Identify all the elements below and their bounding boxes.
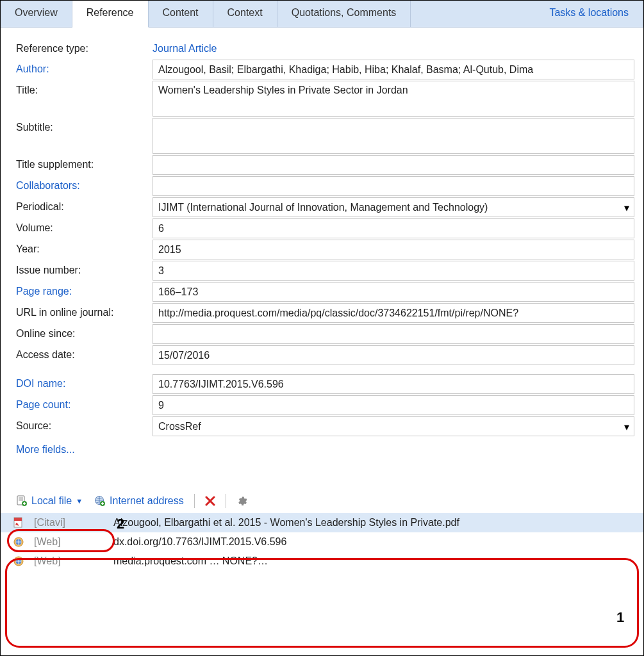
- tab-bar: Overview Reference Content Context Quota…: [1, 1, 643, 28]
- label-access-date: Access date:: [16, 345, 153, 361]
- label-doi[interactable]: DOI name:: [16, 374, 153, 390]
- globe-add-icon: [94, 495, 106, 507]
- periodical-select[interactable]: [153, 197, 634, 217]
- label-volume: Volume:: [16, 218, 153, 234]
- label-page-count[interactable]: Page count:: [16, 395, 153, 411]
- separator: [194, 494, 195, 508]
- attachment-row[interactable]: [Web] dx.doi.org/10.7763/IJIMT.2015.V6.5…: [1, 532, 643, 552]
- separator: [226, 494, 226, 508]
- label-collaborators[interactable]: Collaborators:: [16, 176, 153, 192]
- attachment-source: [Web]: [34, 555, 104, 567]
- file-add-icon: [16, 495, 28, 507]
- reference-type-link[interactable]: Journal Article: [153, 39, 220, 58]
- more-fields-link[interactable]: More fields...: [16, 438, 634, 455]
- web-icon: [12, 555, 25, 567]
- label-url: URL in online journal:: [16, 303, 153, 318]
- internet-address-button[interactable]: Internet address: [90, 494, 188, 508]
- page-range-field[interactable]: [153, 282, 634, 302]
- label-title: Title:: [16, 81, 153, 96]
- tab-context[interactable]: Context: [213, 1, 277, 27]
- subtitle-field[interactable]: [153, 118, 634, 154]
- tab-reference[interactable]: Reference: [72, 1, 149, 28]
- internet-address-label: Internet address: [110, 495, 184, 507]
- label-reference-type: Reference type:: [16, 39, 153, 54]
- chevron-down-icon: ▼: [76, 497, 83, 505]
- title-field[interactable]: Women's Leadership Styles in Private Sec…: [153, 81, 634, 117]
- label-year: Year:: [16, 240, 153, 255]
- label-title-supplement: Title supplement:: [16, 155, 153, 170]
- attachments-list: [Citavi] Alzougool, Elbargathi et al. 20…: [1, 513, 643, 577]
- settings-button[interactable]: [233, 495, 251, 508]
- attachment-row[interactable]: [Web] media.proquest.com … NONE?…: [1, 552, 643, 571]
- local-file-button[interactable]: Local file ▼: [12, 494, 87, 508]
- label-subtitle: Subtitle:: [16, 118, 153, 133]
- label-online-since: Online since:: [16, 324, 153, 340]
- attachment-source: [Citavi]: [34, 517, 104, 529]
- label-page-range[interactable]: Page range:: [16, 282, 153, 297]
- doi-field[interactable]: [153, 374, 634, 394]
- attachments-toolbar: Local file ▼ Internet address: [1, 490, 643, 513]
- access-date-field[interactable]: [153, 345, 634, 365]
- issue-field[interactable]: [153, 261, 634, 281]
- label-periodical: Periodical:: [16, 197, 153, 213]
- pdf-icon: [12, 517, 25, 529]
- tab-overview[interactable]: Overview: [1, 1, 72, 27]
- local-file-label: Local file: [31, 495, 72, 507]
- attachment-row[interactable]: [Citavi] Alzougool, Elbargathi et al. 20…: [1, 513, 643, 532]
- online-since-field[interactable]: [153, 324, 634, 344]
- delete-button[interactable]: [201, 495, 219, 507]
- page-count-field[interactable]: [153, 395, 634, 415]
- attachment-name: Alzougool, Elbargathi et al. 2015 - Wome…: [113, 517, 459, 529]
- attachment-source: [Web]: [34, 536, 104, 548]
- attachment-name: media.proquest.com … NONE?…: [113, 555, 268, 567]
- volume-field[interactable]: [153, 218, 634, 238]
- author-field[interactable]: [153, 60, 634, 79]
- reference-form: Reference type: Journal Article Author: …: [1, 28, 643, 459]
- title-supplement-field[interactable]: [153, 155, 634, 175]
- label-source: Source:: [16, 416, 153, 432]
- label-issue: Issue number:: [16, 261, 153, 276]
- url-field[interactable]: [153, 303, 634, 323]
- source-select[interactable]: [153, 416, 634, 436]
- collaborators-field[interactable]: [153, 176, 634, 196]
- tab-tasks-locations[interactable]: Tasks & locations: [535, 1, 643, 27]
- delete-x-icon: [205, 496, 215, 506]
- callout-1-label: 1: [616, 609, 624, 626]
- tab-quotations[interactable]: Quotations, Comments: [277, 1, 411, 27]
- gear-icon: [236, 496, 247, 507]
- attachment-name: dx.doi.org/10.7763/IJIMT.2015.V6.596: [113, 536, 286, 548]
- tab-content[interactable]: Content: [149, 1, 213, 27]
- year-field[interactable]: [153, 240, 634, 259]
- web-icon: [12, 536, 25, 548]
- label-author[interactable]: Author:: [16, 60, 153, 75]
